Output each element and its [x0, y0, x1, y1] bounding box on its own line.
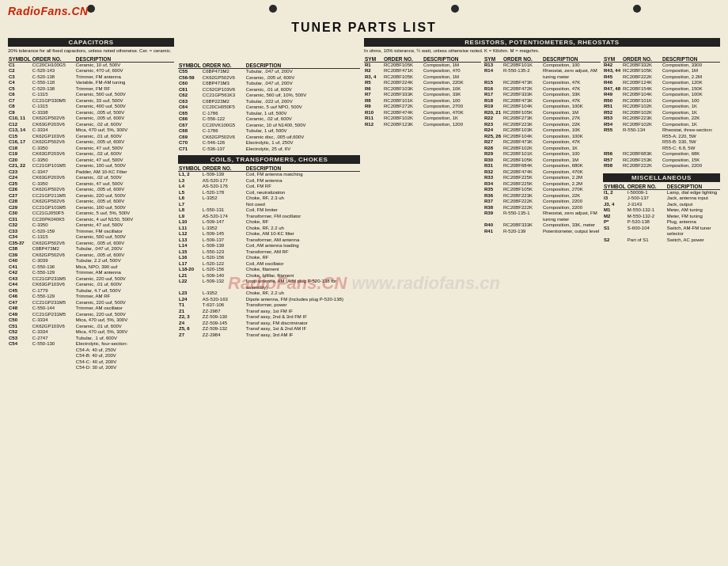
- title-section: TUNER PARTS LIST: [8, 21, 720, 35]
- table-row: S1S-600-104Switch, AM-FM tuner selector: [603, 226, 720, 237]
- table-row: C55C6BP473M2Tubular, .047 uf, 200V: [178, 69, 360, 75]
- table-row: R54RC20BF102KComposition, 1K: [603, 122, 720, 128]
- table-row: L1, 2L-509-139Coil, FM antenna matching: [178, 172, 360, 178]
- table-row: C43CC21GP231M5Ceramic, 220 uuf, 500V: [8, 276, 174, 283]
- capacitors-header: CAPACITORS: [8, 38, 174, 47]
- table-row: R55-B: 330, 5W: [603, 139, 720, 146]
- table-row: C12CK63GP203V6Ceramic, .02 uf, 600V: [8, 122, 174, 128]
- table-row: C28CK62GP502V6Ceramic, .005 uf, 600V: [8, 199, 174, 205]
- table-row: R33RC20BF225KComposition, 2.2M: [483, 175, 601, 181]
- table-row: R27RC20BF473KComposition, 47K: [483, 139, 601, 146]
- table-row: L22L-509-132Loop antenna, AM (Add plug P…: [178, 279, 360, 291]
- table-row: C5C-520-138Trimmer, FM RF: [8, 86, 174, 93]
- table-row: R16RC20BF472KComposition, 47K: [483, 86, 601, 93]
- table-row: C50C-3334Mica, 470 uuf, 5%, 300V: [8, 317, 174, 324]
- table-row: R20, 21RC20BF105KComposition, 1M: [483, 110, 601, 116]
- table-row: R32RC20BF474KComposition, 470K: [483, 169, 601, 176]
- table-row: I1, 2I-50009-1Lamp, dial edge lighting: [603, 189, 720, 196]
- th-sym: SYMBOL: [178, 63, 202, 69]
- th-desc: DESCRIPTION: [75, 56, 174, 63]
- table-row: C66C-556-122Ceramic, .02 uf, 600V: [178, 116, 360, 123]
- table-row: C40C-3039Tubular, 2.2 uif, 500V: [8, 258, 174, 264]
- page-title: TUNER PARTS LIST: [8, 21, 720, 35]
- resist-table-2: SYM ORDER NO. DESCRIPTION R13RC20BF101KC…: [483, 56, 601, 235]
- table-row: L15L-550-123Transformer, AM RF: [178, 249, 360, 256]
- table-row: R7RC20BF333KComposition, 33K: [364, 92, 481, 98]
- cap-table-left: SYMBOL ORDER NO. DESCRIPTION C1CC20CH100…: [8, 56, 174, 371]
- table-row: C49CC21GP231M5Ceramic, 220 uuf, 500V: [8, 312, 174, 318]
- table-row: R25, 26RC20BF104KComposition, 100K: [483, 134, 601, 140]
- table-row: Z4ZZ-509-145Transf assy, FM discriminato…: [178, 321, 360, 327]
- th-sym: SYMBOL: [178, 165, 202, 172]
- table-row: C33C-520-159Trimmer, FM oscillator: [8, 229, 174, 235]
- table-row: R52RC20BF102KComposition, 1K: [603, 110, 720, 116]
- coils-table: SYMBOL ORDER NO. DESCRIPTION L1, 2L-509-…: [178, 165, 360, 338]
- table-row: C3C-520-138Trimmer, FM antenna: [8, 74, 174, 81]
- resist-table-3: SYM ORDER NO. DESCRIPTION R42RC20BF332KC…: [603, 56, 720, 169]
- table-row: L6L-3352Choke, RF, 2.3 uh: [178, 196, 360, 202]
- table-row: L14L-509-139Coil, AM antenna loading: [178, 243, 360, 249]
- table-row: C53C-2747Tubular, .1 uf, 600V: [8, 336, 174, 342]
- table-row: R55-C: 6.8, 5W: [603, 146, 720, 152]
- table-row: L17L-520-122Coil, AM oscillator: [178, 261, 360, 268]
- hole-2: [269, 5, 277, 13]
- table-row: L9AS-520-174Transformer, FM oscillator: [178, 214, 360, 220]
- table-row: R24RC20BF103KComposition, 10K: [483, 127, 601, 134]
- table-row: C54-C: 40 uf, 200V: [8, 359, 174, 366]
- table-row: L13L-509-137Transformer, AM antenna: [178, 237, 360, 244]
- table-row: R47, 48RC20BF154KComposition, 150K: [603, 86, 720, 93]
- table-row: C54C-550-130Electrolytic, four-section:: [8, 341, 174, 348]
- table-row: L18-20L-520-156Choke, filament: [178, 267, 360, 273]
- table-row: R5RC20BF224KComposition, 220K: [364, 80, 481, 86]
- table-row: R10RC20BF474KComposition, 470K: [364, 110, 481, 116]
- table-row: L16L-520-156Choke, RF: [178, 255, 360, 261]
- table-row: C6C-1315Ceramic, 500 uuf, 500V: [8, 92, 174, 98]
- holes-row: [0, 5, 728, 13]
- table-row: R34RC20BF225KComposition, 2.2M: [483, 181, 601, 188]
- table-row: C68C-1786Tubular, 1 uif, 500V: [178, 128, 360, 135]
- table-row: C56-59CK62GP502V6Ceramic, .005 uf, 600V: [178, 75, 360, 82]
- table-row: R55-A: 220, 5W: [603, 134, 720, 140]
- table-row: R28RC20BF102KComposition, 1K: [483, 146, 601, 152]
- table-row: C42C-550-129Trimmer, AM antenna: [8, 270, 174, 276]
- table-row: L11L-3352Choke, RF, 2.2 uh: [178, 226, 360, 232]
- table-row: R58RC20BF222KComposition, 2200: [603, 163, 720, 169]
- th-desc: DESCRIPTION: [245, 63, 360, 69]
- col-right: RESISTORS, POTENTIOMETERS, RHEOSTATS In …: [364, 38, 720, 243]
- table-row: C51CK62GP103V6Ceramic, .01 uf, 600V: [8, 324, 174, 330]
- table-row: C24CK63GP203V6Ceramic, .02 uf, 500V: [8, 175, 174, 181]
- col-capacitors-left: CAPACITORS 20% tolerance for all fixed c…: [8, 38, 174, 371]
- table-row: L8L-550-131Coil, FM limiter: [178, 207, 360, 214]
- table-row: C8C-1315Ceramic, 400 uuf, 500V: [8, 104, 174, 110]
- table-row: C60C6BP473M3Tubular, .047 uf, 200V: [178, 81, 360, 87]
- table-row: R42RC20BF332KComposition, 3300: [603, 62, 720, 68]
- cap-note: 20% tolerance for all fixed capacitors, …: [8, 48, 174, 55]
- table-row: R1RC20BF105KComposition, 1M: [364, 62, 481, 68]
- table-row: R49RC20BF104KComposition, 100K: [603, 92, 720, 98]
- table-row: C7CC21GP330M5Ceramic, 33 uuf, 500V: [8, 98, 174, 104]
- table-row: L4AS-520-176Coil, FM RF: [178, 184, 360, 190]
- table-row: Z5, 6ZZ-509-132Transf assy, 1st & 2nd AM…: [178, 326, 360, 332]
- table-row: C63C6BP223M2Tubular, .022 uf, 200V: [178, 99, 360, 105]
- resistors-cols: SYM ORDER NO. DESCRIPTION R1RC20BF105KCo…: [364, 56, 720, 244]
- table-row: C16, 17CK62GP502V6Ceramic, .005 uf, 600V: [8, 139, 174, 146]
- table-row: C10, 11CK62GP502V6Ceramic, .005 uf, 600V: [8, 116, 174, 122]
- table-row: C54-D: 30 uf, 200V: [8, 365, 174, 371]
- table-row: C29CC21GP101M5Ceramic, 100 uuf, 500V: [8, 205, 174, 211]
- table-row: R56RC20BF683KComposition, 68K: [603, 151, 720, 158]
- table-row: L23L-3352Choke, RF, 2.2 uh: [178, 291, 360, 297]
- table-row: R19RC20BF104KComposition, 100K: [483, 104, 601, 110]
- table-row: C21, 22CC21GP101M5Ceramic, 100 uuf, 500V: [8, 163, 174, 169]
- table-row: Z1ZZ-2987Transf assy, 1st FM IF: [178, 309, 360, 315]
- th-sym: SYMBOL: [8, 56, 32, 63]
- table-row: C18C-3350Ceramic, 47 uuf, 500V: [8, 146, 174, 152]
- table-row: R36RC20BF223KComposition, 22K: [483, 193, 601, 199]
- table-row: R6RC20BF103KComposition, 10K: [364, 86, 481, 93]
- table-row: C38C6BP473M2Tubular, .047 uf, 200V: [8, 246, 174, 253]
- table-row: C4C-550-118Variable, FM-AM tuning: [8, 80, 174, 86]
- table-row: C35-37CK62GP502V6Ceramic, .005 uf, 600V: [8, 241, 174, 247]
- table-row: P*P-520-138Plug, antenna: [603, 219, 720, 226]
- th-desc: DESCRIPTION: [245, 165, 360, 172]
- table-row: R18RC20BF473KComposition, 47K: [483, 98, 601, 104]
- table-row: C19CK63GP203V6Ceramic, .02 uf, 600V: [8, 151, 174, 158]
